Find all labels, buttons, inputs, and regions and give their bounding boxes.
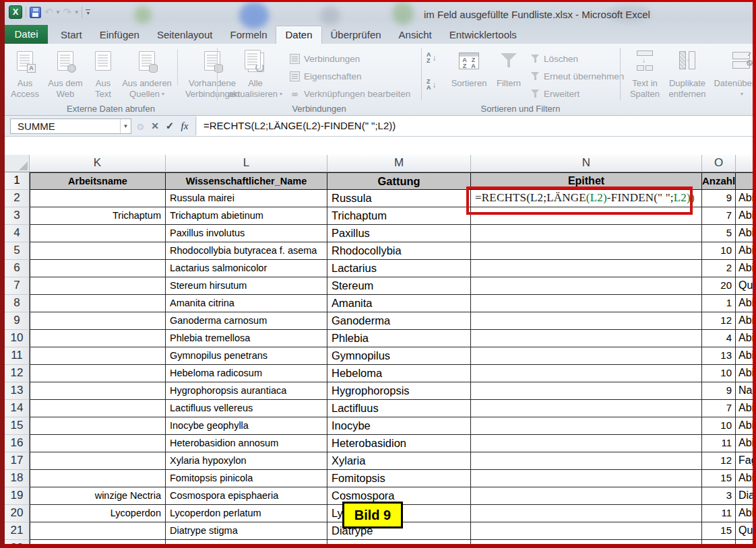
cell-arbeitsname[interactable]: Lycoperdon xyxy=(30,505,166,522)
cell-arbeitsname[interactable] xyxy=(30,400,166,417)
redo-icon[interactable]: ↷ xyxy=(63,5,72,19)
header-wissenschaftlicher-name[interactable]: Wissenschaftlicher_Name xyxy=(166,172,327,190)
cell-partial[interactable]: Nade xyxy=(736,382,753,400)
cell-arbeitsname[interactable]: winzige Nectria xyxy=(30,487,166,505)
cell-partial[interactable]: Abie xyxy=(736,505,753,522)
row-number[interactable]: 20 xyxy=(5,505,30,522)
cell-gattung[interactable]: Inocybe xyxy=(327,417,471,435)
verbindungen-button[interactable]: Verbindungen xyxy=(290,53,410,65)
cell-gattung[interactable]: Ganoderma xyxy=(327,312,471,330)
row-number[interactable]: 10 xyxy=(5,330,30,347)
cell-gattung[interactable]: Heterobasidion xyxy=(327,435,471,452)
cell-anzahl[interactable]: 2 xyxy=(702,260,736,277)
cell-epithet[interactable] xyxy=(471,522,702,540)
cell-epithet[interactable] xyxy=(471,260,702,277)
row-number[interactable]: 19 xyxy=(5,487,30,505)
column-header-partial[interactable] xyxy=(736,155,753,172)
cell-gattung[interactable]: Phlebia xyxy=(327,330,471,347)
cell-epithet[interactable] xyxy=(471,452,702,470)
customize-qat-icon[interactable]: ▾ xyxy=(86,9,90,15)
cell-epithet[interactable] xyxy=(471,277,702,295)
insert-function-icon[interactable]: fx xyxy=(177,117,192,135)
tab-seitenlayout[interactable]: Seitenlayout xyxy=(148,26,222,44)
sort-az-button[interactable]: AZ↓ xyxy=(427,52,437,64)
formula-bar-options-icon[interactable] xyxy=(137,124,144,130)
cell-gattung[interactable]: Trichaptum xyxy=(327,207,471,225)
cell-wissenschaftlicher-name[interactable]: Diatrype stigma xyxy=(166,522,327,540)
cell-partial[interactable]: Abie xyxy=(736,435,753,452)
tab-entwicklertools[interactable]: Entwicklertools xyxy=(441,26,526,44)
cell-partial[interactable]: Abie xyxy=(736,365,753,382)
cell-gattung[interactable]: Gymnopilus xyxy=(327,347,471,365)
cell-wissenschaftlicher-name[interactable]: Rhodocollybia butyracea f. asema xyxy=(166,242,327,260)
cell-wissenschaftlicher-name[interactable]: Cosmospora episphaeria xyxy=(166,487,327,505)
cell-arbeitsname[interactable] xyxy=(30,242,166,260)
cell-partial[interactable]: Abie xyxy=(736,470,753,487)
column-header-k[interactable]: K xyxy=(30,155,166,172)
cell-wissenschaftlicher-name[interactable]: Hygrophoropsis aurantiaca xyxy=(166,382,327,400)
cell-anzahl[interactable]: 11 xyxy=(702,505,736,522)
select-all-corner[interactable] xyxy=(5,155,30,172)
cell-anzahl[interactable]: 7 xyxy=(702,400,736,417)
row-number[interactable]: 21 xyxy=(5,522,30,540)
cell-anzahl[interactable]: 9 xyxy=(702,382,736,400)
cell-gattung[interactable]: Fomitopsis xyxy=(327,470,471,487)
row-number[interactable]: 11 xyxy=(5,347,30,365)
row-number[interactable]: 9 xyxy=(5,312,30,330)
cell-partial[interactable]: Abie xyxy=(736,242,753,260)
cell-wissenschaftlicher-name[interactable]: Lactarius salmonicolor xyxy=(166,260,327,277)
cell-arbeitsname[interactable] xyxy=(30,522,166,540)
datenueberpruefung-button[interactable]: ✓ Datenüberprüf ▾ xyxy=(710,46,756,100)
cell-arbeitsname[interactable] xyxy=(30,417,166,435)
enter-icon[interactable]: ✓ xyxy=(162,117,177,135)
column-header-m[interactable]: M xyxy=(327,155,471,172)
row-number[interactable]: 22 xyxy=(5,540,30,544)
cell-arbeitsname[interactable] xyxy=(30,382,166,400)
eigenschaften-button[interactable]: Eigenschaften xyxy=(290,70,410,82)
tab-datei[interactable]: Datei xyxy=(5,25,48,44)
cell-epithet[interactable] xyxy=(471,347,702,365)
cell-epithet[interactable] xyxy=(471,312,702,330)
cell-arbeitsname[interactable]: Trichaptum xyxy=(30,207,166,225)
filtern-button[interactable]: Filtern xyxy=(491,46,526,89)
row-number[interactable]: 8 xyxy=(5,295,30,312)
cell-wissenschaftlicher-name[interactable]: Inocybe geophylla xyxy=(166,417,327,435)
cell-arbeitsname[interactable] xyxy=(30,312,166,330)
row-number[interactable]: 14 xyxy=(5,400,30,417)
cell[interactable] xyxy=(471,540,702,544)
cell-arbeitsname[interactable] xyxy=(30,277,166,295)
cell-epithet[interactable] xyxy=(471,400,702,417)
cell-gattung[interactable]: Paxillus xyxy=(327,225,471,242)
header-arbeitsname[interactable]: Arbeitsname xyxy=(30,172,166,190)
cell-arbeitsname[interactable] xyxy=(30,470,166,487)
aus-dem-web-button[interactable]: Aus dem Web xyxy=(44,46,87,100)
cell-partial[interactable]: Abie xyxy=(736,330,753,347)
row-number[interactable]: 3 xyxy=(5,207,30,225)
cell-partial[interactable]: Abie xyxy=(736,400,753,417)
cell-epithet[interactable] xyxy=(471,417,702,435)
cell-epithet[interactable] xyxy=(471,295,702,312)
cell-epithet[interactable] xyxy=(471,330,702,347)
cell-wissenschaftlicher-name[interactable]: Stereum hirsutum xyxy=(166,277,327,295)
cell-gattung[interactable]: Hebeloma xyxy=(327,365,471,382)
text-in-spalten-button[interactable]: ↓ Text in Spalten xyxy=(625,46,664,100)
cell-partial[interactable]: Abie xyxy=(736,417,753,435)
cell-wissenschaftlicher-name[interactable]: Hebeloma radicosum xyxy=(166,365,327,382)
cell-epithet[interactable] xyxy=(471,225,702,242)
cell-anzahl[interactable]: 1 xyxy=(702,295,736,312)
cell[interactable] xyxy=(702,540,736,544)
cell-partial[interactable]: Diatr xyxy=(736,487,753,505)
cell-anzahl[interactable]: 4 xyxy=(702,330,736,347)
cell-arbeitsname[interactable] xyxy=(30,225,166,242)
cell-gattung[interactable]: Hygrophoropsis xyxy=(327,382,471,400)
cell[interactable] xyxy=(327,540,471,544)
cell-gattung[interactable]: Amanita xyxy=(327,295,471,312)
cell-arbeitsname[interactable] xyxy=(30,365,166,382)
cell-wissenschaftlicher-name[interactable]: Amanita citrina xyxy=(166,295,327,312)
cell-epithet[interactable] xyxy=(471,505,702,522)
tab-start[interactable]: Start xyxy=(52,26,91,44)
cell[interactable] xyxy=(736,540,753,544)
cell-gattung[interactable]: Lactarius xyxy=(327,260,471,277)
cell-wissenschaftlicher-name[interactable]: Gymnopilus penetrans xyxy=(166,347,327,365)
tab-ansicht[interactable]: Ansicht xyxy=(390,26,441,44)
